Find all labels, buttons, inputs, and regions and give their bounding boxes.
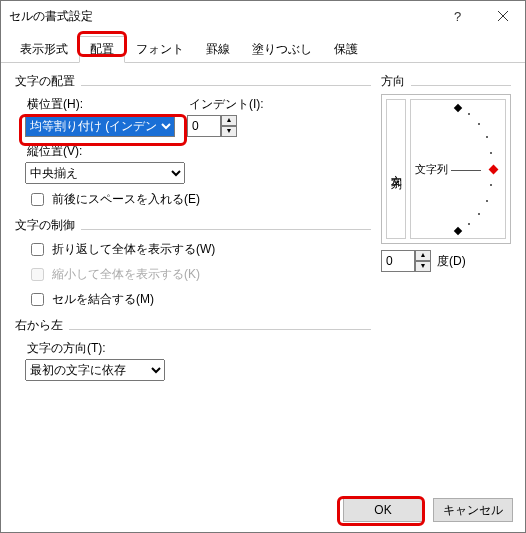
dialog-window: セルの書式設定 ? 表示形式 配置 フォント 罫線 塗りつぶし 保護 文字の配置…	[0, 0, 526, 533]
close-button[interactable]	[480, 1, 525, 31]
degree-spinner[interactable]: ▲▼	[381, 250, 431, 272]
degree-down[interactable]: ▼	[415, 261, 431, 272]
space-checkbox[interactable]	[31, 193, 44, 206]
indent-down[interactable]: ▼	[221, 126, 237, 137]
merge-check[interactable]: セルを結合する(M)	[27, 290, 371, 309]
vertical-label: 縦位置(V):	[27, 143, 371, 160]
shrink-check: 縮小して全体を表示する(K)	[27, 265, 371, 284]
titlebar: セルの書式設定 ?	[1, 1, 525, 31]
degree-label: 度(D)	[437, 253, 466, 270]
tab-fill[interactable]: 塗りつぶし	[241, 36, 323, 63]
control-group-title: 文字の制御	[15, 217, 75, 234]
orientation-vertical-text: 文字列	[389, 166, 404, 172]
merge-checkbox[interactable]	[31, 293, 44, 306]
tab-border[interactable]: 罫線	[195, 36, 241, 63]
orientation-group-title: 方向	[381, 73, 405, 90]
tab-alignment[interactable]: 配置	[79, 36, 125, 63]
indent-input[interactable]	[187, 115, 221, 137]
shrink-checkbox	[31, 268, 44, 281]
wrap-checkbox[interactable]	[31, 243, 44, 256]
text-direction-label: 文字の方向(T):	[27, 340, 371, 357]
degree-input[interactable]	[381, 250, 415, 272]
orientation-vertical-button[interactable]: 文字列	[386, 99, 406, 239]
indent-label: インデント(I):	[189, 96, 264, 113]
orientation-dial[interactable]: 文字列	[410, 99, 506, 239]
indent-spinner[interactable]: ▲▼	[187, 115, 237, 137]
ok-button[interactable]: OK	[343, 498, 423, 522]
orientation-main-text: 文字列	[415, 162, 448, 177]
vertical-select[interactable]: 中央揃え	[25, 162, 185, 184]
indent-up[interactable]: ▲	[221, 115, 237, 126]
tab-protection[interactable]: 保護	[323, 36, 369, 63]
rtl-group-title: 右から左	[15, 317, 63, 334]
cancel-button[interactable]: キャンセル	[433, 498, 513, 522]
space-check-label: 前後にスペースを入れる(E)	[52, 191, 200, 208]
degree-up[interactable]: ▲	[415, 250, 431, 261]
window-title: セルの書式設定	[9, 8, 435, 25]
horizontal-select[interactable]: 均等割り付け (インデント)	[25, 115, 175, 137]
tab-font[interactable]: フォント	[125, 36, 195, 63]
tab-display[interactable]: 表示形式	[9, 36, 79, 63]
text-direction-select[interactable]: 最初の文字に依存	[25, 359, 165, 381]
orientation-preview[interactable]: 文字列 文字列	[381, 94, 511, 244]
help-button[interactable]: ?	[435, 1, 480, 31]
tab-strip: 表示形式 配置 フォント 罫線 塗りつぶし 保護	[1, 31, 525, 63]
space-check[interactable]: 前後にスペースを入れる(E)	[27, 190, 371, 209]
alignment-group-title: 文字の配置	[15, 73, 75, 90]
wrap-check[interactable]: 折り返して全体を表示する(W)	[27, 240, 371, 259]
